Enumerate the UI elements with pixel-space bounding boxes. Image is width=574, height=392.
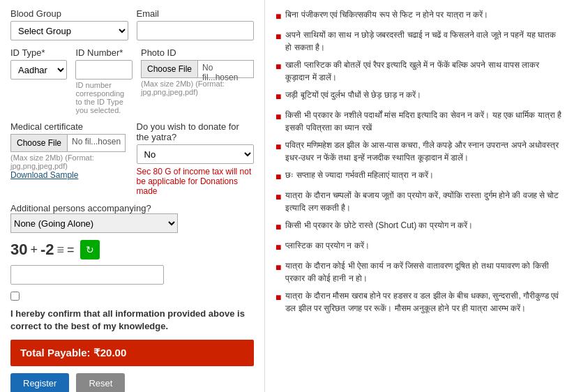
medical-cert-group: Medical certificate Choose File No fil..…	[10, 121, 128, 180]
total-payable-label: Total Payable: ₹20.00	[20, 347, 126, 359]
list-item: ■बिना पंजीकरण एवं चिकित्सकीय रूप से फिट …	[275, 8, 564, 24]
id-type-group: ID Type* AadharPassportDriving LicenseVo…	[10, 47, 67, 114]
bullet-icon: ■	[275, 59, 281, 74]
captcha-equals: =	[67, 243, 75, 257]
donate-group: Do you wish to donate for the yatra? NoY…	[137, 121, 255, 196]
captcha-row: 30 + -2 ≡ = ↻	[10, 240, 254, 259]
confirm-row	[10, 290, 254, 301]
bullet-icon: ■	[275, 220, 281, 234]
bullet-text: अपने साथियों का साथ न छोड़े जबरदस्ती चढा…	[285, 29, 564, 54]
id-number-group: ID Number* ID number corresponding to th…	[75, 47, 132, 114]
photo-id-group: Photo ID Choose File No fil...hosen (Max…	[141, 47, 254, 114]
captcha-input[interactable]	[10, 265, 164, 285]
confirm-text: I hereby confirm that all information pr…	[10, 308, 254, 333]
guidelines-panel: ■बिना पंजीकरण एवं चिकित्सकीय रूप से फिट …	[265, 0, 574, 392]
bullet-text: छः सप्ताह से ज्यादा गर्भवती महिलाएं यात्…	[285, 169, 434, 181]
donate-label: Do you wish to donate for the yatra?	[137, 121, 255, 142]
bullet-icon: ■	[275, 260, 281, 275]
bullet-icon: ■	[275, 169, 281, 184]
additional-group: Additional persons accompanying? None (G…	[10, 203, 254, 233]
additional-label: Additional persons accompanying?	[10, 203, 151, 213]
bullet-icon: ■	[275, 190, 281, 204]
list-item: ■किसी भी प्रकार के नशीले पदार्थों मांस म…	[275, 109, 564, 134]
photo-id-label: Photo ID	[141, 47, 254, 58]
bullet-text: प्लास्टिक का प्रयोग न करें।	[285, 239, 369, 252]
bullet-icon: ■	[275, 89, 281, 104]
bullet-text: यात्रा के दौरान चम्पलों के बजाय जूतों का…	[285, 189, 564, 214]
list-item: ■प्लास्टिक का प्रयोग न करें।	[275, 239, 564, 255]
bullet-text: यात्रा के दौरान कोई भी ऐसा कार्य न करें …	[285, 259, 564, 285]
bullet-text: खाली प्लास्टिक की बोतलें एवं रैपर इत्याद…	[285, 59, 564, 84]
captcha-num2: -2	[40, 241, 54, 259]
donate-select[interactable]: NoYes	[137, 144, 255, 164]
id-number-hint: ID number corresponding to the ID Type y…	[75, 81, 132, 114]
bullet-text: यात्रा के दौरान मौसम खराब होने पर हडसर व…	[285, 289, 564, 315]
list-item: ■छः सप्ताह से ज्यादा गर्भवती महिलाएं यात…	[275, 169, 564, 184]
medical-file-row: Choose File No fil...hosen	[10, 134, 128, 152]
bullet-text: जड़ी बूटियों एवं दुर्लभ पौधों से छेड़ छा…	[285, 89, 421, 101]
email-input[interactable]	[137, 21, 255, 40]
register-button[interactable]: Register	[10, 373, 69, 392]
bullet-icon: ■	[275, 290, 281, 305]
bullet-text: किसी भी प्रकार के छोटे रास्ते (Short Cut…	[285, 219, 473, 232]
list-item: ■यात्रा के दौरान कोई भी ऐसा कार्य न करें…	[275, 259, 564, 285]
additional-select[interactable]: None (Going Alone)1234	[10, 213, 178, 233]
bullet-icon: ■	[275, 240, 281, 255]
list-item: ■पवित्र मणिमहेश डल झील के आस-पास कचरा, ग…	[275, 139, 564, 164]
blood-group-group: Blood Group Select GroupA+A-B+B-O+O-AB+A…	[10, 8, 128, 40]
captcha-num1: 30	[10, 241, 27, 259]
photo-id-file-row: Choose File No fil...hosen	[141, 60, 254, 78]
photo-file-name: No fil...hosen	[198, 60, 254, 78]
captcha-box: 30 + -2 ≡ =	[10, 241, 75, 259]
medical-hint: (Max size 2Mb) (Format: jpg,png,jpeg,pdf…	[10, 153, 128, 170]
email-label: Email	[137, 8, 255, 19]
id-number-label: ID Number*	[75, 47, 132, 58]
action-buttons: Register Reset	[10, 373, 254, 392]
bullet-icon: ■	[275, 140, 281, 154]
form-panel: Blood Group Select GroupA+A-B+B-O+O-AB+A…	[0, 0, 265, 392]
bullet-text: पवित्र मणिमहेश डल झील के आस-पास कचरा, गी…	[285, 139, 564, 164]
bullet-icon: ■	[275, 29, 281, 44]
medical-choose-btn[interactable]: Choose File	[10, 134, 68, 152]
list-item: ■किसी भी प्रकार के छोटे रास्ते (Short Cu…	[275, 219, 564, 234]
bullet-text: किसी भी प्रकार के नशीले पदार्थों मांस मद…	[285, 109, 564, 134]
list-item: ■जड़ी बूटियों एवं दुर्लभ पौधों से छेड़ छ…	[275, 89, 564, 104]
blood-group-label: Blood Group	[10, 8, 128, 19]
id-type-label: ID Type*	[10, 47, 67, 58]
donate-hint: Sec 80 G of income tax will not be appli…	[137, 167, 255, 196]
blood-group-select[interactable]: Select GroupA+A-B+B-O+O-AB+AB-	[10, 21, 128, 40]
medical-cert-label: Medical certificate	[10, 121, 128, 132]
email-group: Email	[137, 8, 255, 40]
photo-id-hint: (Max size 2Mb) (Format: jpg,png,jpeg,pdf…	[141, 80, 254, 96]
reset-button[interactable]: Reset	[76, 373, 125, 392]
id-number-input[interactable]	[75, 60, 132, 80]
list-item: ■यात्रा के दौरान चम्पलों के बजाय जूतों क…	[275, 189, 564, 214]
list-item: ■यात्रा के दौरान मौसम खराब होने पर हडसर …	[275, 289, 564, 315]
download-sample-link[interactable]: Download Sample	[10, 170, 128, 180]
photo-choose-btn[interactable]: Choose File	[141, 60, 198, 78]
list-item: ■अपने साथियों का साथ न छोड़े जबरदस्ती चढ…	[275, 29, 564, 54]
total-payable-bar: Total Payable: ₹20.00	[10, 340, 254, 366]
bullet-icon: ■	[275, 110, 281, 124]
id-type-select[interactable]: AadharPassportDriving LicenseVoter ID	[10, 60, 67, 80]
captcha-op: +	[30, 243, 38, 257]
captcha-lines: ≡	[57, 243, 65, 257]
bullet-icon: ■	[275, 9, 281, 24]
list-item: ■खाली प्लास्टिक की बोतलें एवं रैपर इत्या…	[275, 59, 564, 84]
medical-file-name: No fil...hosen	[68, 134, 126, 152]
confirm-checkbox[interactable]	[10, 292, 20, 301]
bullet-text: बिना पंजीकरण एवं चिकित्सकीय रूप से फिट न…	[285, 8, 488, 21]
captcha-refresh-btn[interactable]: ↻	[80, 240, 100, 259]
